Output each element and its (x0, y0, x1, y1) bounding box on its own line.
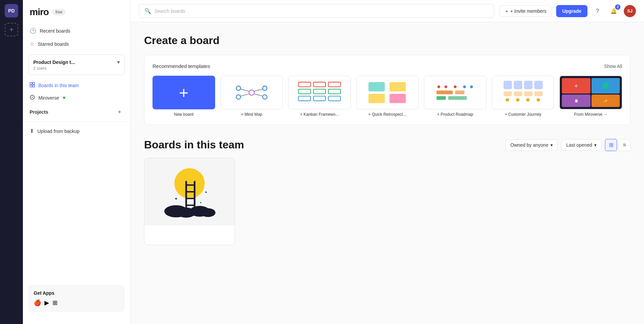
projects-section: Projects + (23, 104, 130, 119)
retro-thumb (356, 76, 419, 109)
team-dropdown-header: Product Design t... ▾ (33, 59, 120, 65)
miroverse-label: Miroverse (38, 95, 59, 101)
show-all-button[interactable]: Show All (604, 64, 622, 69)
svg-point-49 (174, 168, 205, 199)
boards-icon (30, 82, 35, 88)
team-users-count: 2 users (33, 66, 120, 71)
workspace-avatar[interactable]: PD (5, 4, 18, 17)
owned-by-label: Owned by anyone (510, 142, 548, 148)
svg-rect-22 (313, 96, 326, 101)
upload-icon: ⬆ (30, 128, 34, 134)
templates-section: Recommended templates Show All + New boa… (144, 55, 631, 125)
windows-app-icon[interactable]: ⊞ (53, 299, 58, 307)
svg-point-10 (263, 95, 267, 99)
roadmap-template[interactable]: + Product Roadmap (424, 76, 486, 117)
retro-template[interactable]: + Quick Retrospect... (356, 76, 419, 117)
svg-point-6 (249, 90, 255, 95)
notification-badge: 2 (615, 4, 620, 10)
invite-members-button[interactable]: + + Invite members (500, 5, 552, 17)
svg-rect-41 (503, 92, 512, 96)
add-workspace-button[interactable]: + (5, 23, 18, 36)
svg-point-32 (470, 85, 473, 88)
boards-section-header: Boards in this team Owned by anyone ▾ La… (144, 139, 631, 151)
templates-header: Recommended templates Show All (152, 63, 622, 69)
journey-thumb: 😊 😐 😊 😊 (492, 76, 554, 109)
svg-rect-17 (328, 82, 340, 87)
apple-app-icon[interactable]: 🍎 (34, 299, 41, 307)
recent-boards-nav[interactable]: 🕐 Recent boards (23, 24, 130, 37)
svg-rect-43 (524, 92, 532, 96)
owned-by-chevron-icon: ▾ (550, 142, 553, 148)
upgrade-button[interactable]: Upgrade (556, 5, 587, 17)
svg-rect-26 (369, 94, 385, 103)
app-icons-row: 🍎 ▶ ⊞ (34, 299, 120, 307)
svg-rect-20 (328, 89, 340, 94)
search-input[interactable]: Search boards (155, 8, 185, 14)
svg-point-9 (236, 95, 241, 99)
kanban-thumb (288, 76, 351, 109)
new-board-label: New board (152, 112, 215, 117)
new-board-template[interactable]: + New board (152, 76, 215, 117)
projects-label: Projects (30, 109, 48, 115)
svg-text:✦: ✦ (200, 201, 202, 204)
mind-map-template[interactable]: + Mind Map (221, 76, 283, 117)
get-apps-title: Get Apps (34, 290, 120, 296)
sidebar-divider (23, 121, 130, 122)
svg-rect-21 (298, 96, 310, 101)
roadmap-thumb (424, 76, 486, 109)
board-card[interactable]: ✦ ✦ ✦ (144, 158, 235, 245)
boards-in-team-title: Boards in this team (144, 139, 244, 151)
svg-point-31 (463, 85, 466, 88)
miroverse-label: From Miroverse → (560, 112, 622, 117)
list-view-button[interactable]: ≡ (618, 139, 631, 151)
svg-rect-44 (534, 92, 543, 96)
journey-template[interactable]: 😊 😐 😊 😊 + Customer Journey (492, 76, 554, 117)
android-app-icon[interactable]: ▶ (44, 299, 49, 307)
svg-rect-19 (313, 89, 326, 94)
svg-point-8 (263, 86, 267, 90)
svg-line-14 (254, 94, 263, 96)
clock-icon: 🕐 (30, 28, 36, 34)
svg-rect-18 (298, 89, 310, 94)
starred-boards-label: Starred boards (38, 41, 69, 47)
grid-view-button[interactable]: ⊞ (605, 139, 617, 151)
last-opened-label: Last opened (566, 142, 592, 148)
last-opened-filter[interactable]: Last opened ▾ (561, 139, 602, 151)
kanban-template[interactable]: + Kanban Framewo... (288, 76, 351, 117)
search-icon: 🔍 (144, 8, 151, 14)
svg-line-12 (254, 89, 263, 92)
team-dropdown[interactable]: Product Design t... ▾ 2 users (28, 55, 125, 75)
svg-point-28 (437, 85, 440, 88)
roadmap-label: + Product Roadmap (424, 112, 486, 117)
grid-icon: ⊞ (609, 142, 613, 148)
svg-rect-36 (448, 96, 467, 100)
owned-by-filter[interactable]: Owned by anyone ▾ (505, 139, 558, 151)
user-avatar[interactable]: SJ (624, 5, 636, 17)
upload-backup-nav[interactable]: ⬆ Upload from backup (23, 124, 130, 138)
starred-boards-nav[interactable]: ☆ Starred boards (23, 37, 130, 50)
svg-text:😊: 😊 (536, 98, 540, 102)
logo-area: miro free (23, 7, 130, 24)
search-bar[interactable]: 🔍 Search boards (139, 4, 494, 18)
miro-logo: miro (30, 7, 49, 17)
boards-in-team-nav[interactable]: Boards in this team (23, 79, 130, 92)
miroverse-dot (63, 97, 65, 99)
svg-point-53 (201, 208, 215, 217)
boards-filters: Owned by anyone ▾ Last opened ▾ ⊞ ≡ (505, 139, 631, 151)
free-badge: free (52, 9, 66, 15)
svg-line-13 (241, 94, 249, 96)
miroverse-nav[interactable]: Miroverse (23, 92, 130, 104)
svg-rect-34 (455, 91, 465, 94)
board-thumb: ✦ ✦ ✦ (144, 158, 235, 225)
svg-point-5 (32, 97, 33, 98)
svg-rect-24 (369, 82, 385, 92)
svg-rect-2 (30, 85, 32, 87)
star-icon: ☆ (30, 41, 34, 47)
svg-rect-23 (328, 96, 340, 101)
miroverse-template[interactable]: 🎯 📋 ✨ From Miroverse → (560, 76, 622, 117)
mind-map-thumb (221, 76, 283, 109)
help-button[interactable]: ? (591, 5, 604, 17)
svg-point-29 (444, 85, 447, 88)
svg-rect-16 (313, 82, 326, 87)
add-project-button[interactable]: + (115, 108, 124, 116)
